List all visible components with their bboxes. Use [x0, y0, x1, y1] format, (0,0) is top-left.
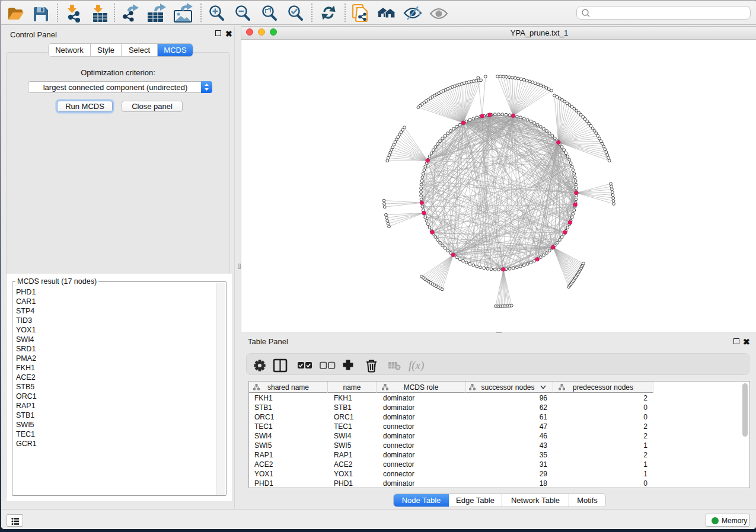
svg-text:f(x): f(x) [409, 359, 424, 372]
